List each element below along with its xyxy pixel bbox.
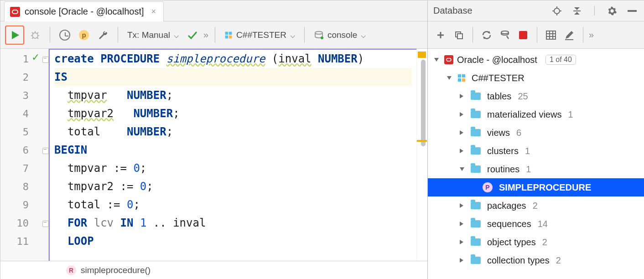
table-view-button[interactable]: [543, 27, 559, 43]
chevron-down-icon: [460, 167, 464, 171]
svg-rect-42: [462, 78, 465, 82]
code-line[interactable]: BEGIN: [54, 141, 412, 159]
more-icon[interactable]: »: [203, 30, 208, 40]
svg-rect-24: [628, 10, 637, 12]
tree-row[interactable]: Oracle - @localhost1 of 40: [428, 51, 644, 69]
marker[interactable]: [417, 140, 427, 142]
scrollbar-thumb[interactable]: [421, 60, 426, 146]
duplicate-button[interactable]: [451, 27, 467, 43]
tree-row[interactable]: sequences14: [428, 215, 644, 233]
tree-row[interactable]: views6: [428, 124, 644, 142]
more-icon[interactable]: »: [589, 30, 594, 40]
editor-toolbar: p Tx: Manual ⌵ » C##TESTER ⌵ conso: [0, 21, 427, 49]
node-count: 1: [526, 164, 531, 175]
node-label: tables: [487, 91, 511, 102]
schema-dropdown[interactable]: C##TESTER ⌵: [222, 30, 298, 40]
gear-icon[interactable]: [606, 5, 618, 17]
svg-marker-23: [574, 12, 580, 15]
code-line[interactable]: total NUMBER;: [54, 123, 412, 141]
tree-row[interactable]: object types2: [428, 233, 644, 251]
tab-console[interactable]: console [Oracle - @localhost] ×: [4, 1, 164, 21]
hide-icon[interactable]: [626, 5, 639, 17]
node-label: views: [487, 128, 510, 138]
warning-marker[interactable]: [418, 52, 426, 58]
tree-row[interactable]: packages2: [428, 196, 644, 215]
stop-button[interactable]: [515, 27, 531, 43]
svg-marker-1: [12, 31, 19, 39]
filter-button[interactable]: [497, 27, 513, 43]
code-line[interactable]: FOR lcv IN 1 .. inval: [54, 214, 412, 232]
breadcrumb-label[interactable]: simpleprocedure(): [81, 265, 151, 275]
svg-rect-11: [229, 31, 232, 35]
node-label: collection types: [487, 255, 550, 266]
node-count: 25: [518, 91, 528, 102]
routine-label: SIMPLEPROCEDURE: [499, 182, 591, 193]
settings-button[interactable]: [95, 27, 111, 43]
history-button[interactable]: [57, 27, 73, 43]
editor[interactable]: 1234567891011✓ create PROCEDURE simplepr…: [0, 49, 427, 261]
collapse-icon[interactable]: [571, 5, 583, 17]
schema-icon: [457, 73, 466, 83]
tree-row[interactable]: PSIMPLEPROCEDURE: [428, 178, 644, 196]
db-toolbar: »: [428, 21, 644, 49]
session-dropdown[interactable]: console ⌵: [311, 30, 369, 40]
node-count: 6: [516, 128, 521, 138]
tree-row[interactable]: materialized views1: [428, 105, 644, 124]
line-number: 9: [0, 199, 29, 211]
fold-handle[interactable]: [42, 57, 49, 63]
tree-row[interactable]: tables25: [428, 87, 644, 105]
explain-button[interactable]: p: [76, 27, 92, 43]
fold-handle[interactable]: [42, 148, 49, 154]
schema-icon: [224, 31, 233, 39]
chevron-right-icon: [460, 240, 463, 244]
tree-row[interactable]: C##TESTER: [428, 69, 644, 87]
node-count: 2: [556, 255, 561, 266]
breadcrumb: R simpleprocedure(): [0, 261, 427, 279]
node-label: packages: [487, 201, 526, 211]
code-line[interactable]: create PROCEDURE simpleprocedure (inval …: [54, 50, 412, 68]
tree-row[interactable]: clusters1: [428, 142, 644, 160]
database-tool-window: Database » Oracle - @localhost1 of 40C##…: [428, 0, 644, 279]
code-line[interactable]: tmpvar := 0;: [54, 159, 412, 177]
p-icon: p: [79, 30, 89, 40]
code-line[interactable]: IS: [54, 68, 412, 86]
gutter: 1234567891011✓: [0, 49, 49, 261]
code-line[interactable]: LOOP: [54, 232, 412, 250]
tx-mode-dropdown[interactable]: Tx: Manual ⌵: [125, 30, 182, 40]
line-number: 11: [0, 236, 29, 247]
run-button[interactable]: [5, 26, 24, 45]
svg-point-16: [554, 8, 560, 14]
schema-label: C##TESTER: [236, 30, 286, 40]
separator: [215, 27, 215, 43]
svg-rect-10: [225, 31, 229, 35]
edit-button[interactable]: [561, 27, 577, 43]
svg-rect-38: [447, 58, 451, 61]
code-line[interactable]: tmpvar2 := 0;: [54, 177, 412, 196]
refresh-button[interactable]: [478, 27, 495, 43]
chevron-right-icon: [460, 203, 463, 208]
db-tree[interactable]: Oracle - @localhost1 of 40C##TESTERtable…: [428, 49, 644, 279]
tree-row[interactable]: routines1: [428, 160, 644, 178]
tree-row[interactable]: collection types2: [428, 251, 644, 269]
commit-button[interactable]: [184, 27, 201, 43]
marker-strip[interactable]: [416, 49, 427, 261]
svg-line-7: [37, 32, 38, 34]
separator: [583, 27, 583, 43]
code-area[interactable]: create PROCEDURE simpleprocedure (inval …: [49, 49, 416, 261]
separator: [118, 27, 118, 43]
add-button[interactable]: [432, 27, 449, 43]
fold-handle[interactable]: [42, 221, 49, 227]
bug-icon[interactable]: [27, 27, 43, 43]
target-icon[interactable]: [551, 5, 563, 17]
svg-marker-21: [574, 7, 580, 10]
folder-icon: [471, 165, 481, 173]
code-line[interactable]: tmpvar NUMBER;: [54, 86, 412, 104]
code-line[interactable]: total := 0;: [54, 196, 412, 214]
svg-rect-12: [225, 35, 229, 38]
tx-mode-label: Tx: Manual: [127, 30, 170, 40]
close-icon[interactable]: ×: [151, 7, 156, 16]
node-label: sequences: [487, 219, 531, 229]
svg-rect-32: [546, 31, 556, 39]
code-line[interactable]: tmpvar2 NUMBER;: [54, 104, 412, 123]
node-count: 1: [568, 109, 573, 120]
